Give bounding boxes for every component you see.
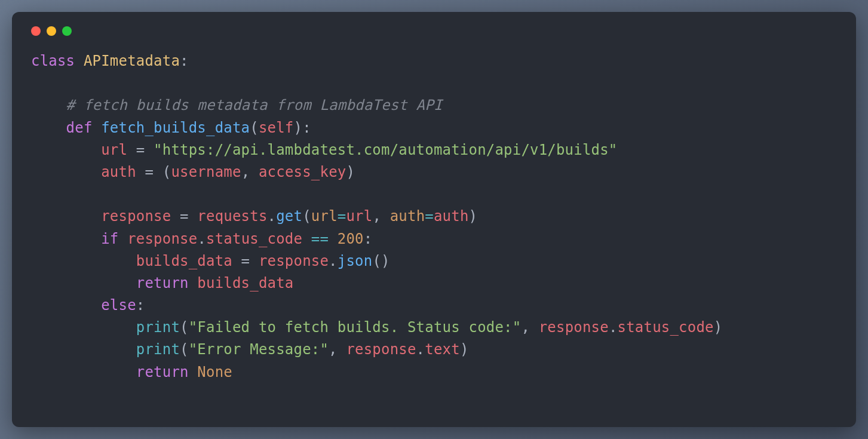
var-builds-data: builds_data — [136, 253, 232, 269]
keyword-return: return — [136, 364, 189, 380]
dot: . — [197, 231, 206, 247]
equals-op: = — [425, 208, 434, 225]
var-url: url — [346, 208, 372, 225]
class-name: APImetadata — [84, 53, 180, 69]
keyword-else: else — [101, 297, 136, 314]
rparen: ) — [469, 208, 478, 225]
window-controls — [31, 26, 837, 36]
call-print: print — [136, 341, 180, 358]
string-failed: "Failed to fetch builds. Status code:" — [189, 319, 522, 336]
function-name: fetch_builds_data — [101, 119, 250, 136]
colon: : — [136, 297, 145, 314]
module-requests: requests — [197, 208, 267, 225]
dot: . — [609, 319, 618, 336]
lparen: ( — [180, 319, 189, 336]
comment: # fetch builds metadata from LambdaTest … — [66, 97, 443, 113]
equals: = — [232, 253, 259, 269]
lparen: ( — [180, 341, 189, 358]
keyword-def: def — [66, 119, 93, 136]
comma: , — [521, 319, 538, 336]
self-param: self — [259, 119, 294, 136]
string-error: "Error Message:" — [189, 341, 329, 358]
colon: : — [364, 231, 373, 247]
comma: , — [329, 341, 346, 358]
rparen: ) — [460, 341, 469, 358]
comma: , — [372, 208, 389, 225]
equals: = — [171, 208, 197, 225]
var-builds-data: builds_data — [197, 275, 293, 291]
prop-status-code: status_code — [206, 231, 302, 247]
keyword-return: return — [136, 275, 189, 291]
maximize-icon[interactable] — [62, 26, 72, 36]
dot: . — [416, 341, 425, 358]
number-200: 200 — [338, 231, 364, 247]
var-response: response — [539, 319, 609, 336]
prop-text: text — [425, 341, 460, 358]
string-url: "https://api.lambdatest.com/automation/a… — [154, 142, 617, 158]
equals: = — [127, 142, 154, 158]
keyword-if: if — [101, 231, 118, 247]
eqeq: == — [302, 231, 338, 247]
call-json: json — [338, 253, 373, 269]
prop-status-code: status_code — [618, 319, 714, 336]
var-url: url — [101, 142, 127, 158]
rparen: ) — [381, 253, 390, 269]
var-response: response — [346, 341, 416, 358]
keyword-class: class — [31, 53, 75, 69]
none-literal: None — [197, 364, 232, 380]
code-block: class APImetadata: # fetch builds metada… — [31, 50, 837, 383]
var-username: username — [171, 164, 241, 180]
var-response: response — [101, 208, 171, 225]
equals-op: = — [338, 208, 346, 225]
lparen: ( — [162, 164, 171, 180]
var-auth: auth — [101, 164, 136, 180]
var-auth: auth — [434, 208, 469, 225]
equals: = — [136, 164, 162, 180]
minimize-icon[interactable] — [47, 26, 56, 36]
var-response: response — [259, 253, 329, 269]
code-window: class APImetadata: # fetch builds metada… — [12, 12, 856, 427]
lparen: ( — [250, 119, 259, 136]
lparen: ( — [302, 208, 311, 225]
rparen: ) — [294, 119, 303, 136]
kwarg-auth: auth — [390, 208, 425, 225]
dot: . — [329, 253, 338, 269]
colon: : — [180, 53, 189, 69]
lparen: ( — [372, 253, 381, 269]
close-icon[interactable] — [31, 26, 41, 36]
rparen: ) — [714, 319, 723, 336]
colon: : — [302, 119, 311, 136]
dot: . — [268, 208, 277, 225]
comma: , — [241, 164, 259, 180]
var-access-key: access_key — [259, 164, 346, 180]
call-print: print — [136, 319, 180, 336]
call-get: get — [276, 208, 302, 225]
kwarg-url: url — [311, 208, 338, 225]
var-response: response — [127, 231, 197, 247]
rparen: ) — [346, 164, 355, 180]
